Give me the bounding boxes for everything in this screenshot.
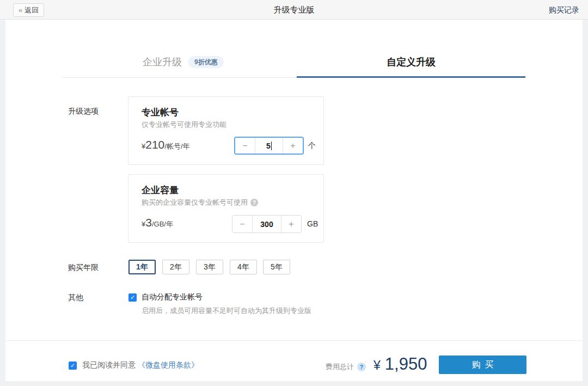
purchase-years-label: 购买年限 xyxy=(68,263,99,273)
minus-button[interactable]: − xyxy=(235,138,255,154)
capacity-quantity-value: 300 xyxy=(260,220,273,229)
pro-account-title: 专业帐号 xyxy=(142,106,179,119)
capacity-stepper: − 300 + xyxy=(232,215,302,233)
total-label: 费用总计 xyxy=(326,362,354,372)
buy-button[interactable]: 购买 xyxy=(439,356,526,374)
tab-enterprise-upgrade[interactable]: 企业升级 9折优惠 xyxy=(143,56,224,69)
total-price: ¥ 1,950 xyxy=(373,354,427,374)
terms-text: 我已阅读并同意 xyxy=(82,360,136,370)
capacity-unit: GB xyxy=(307,219,318,228)
year-button-5[interactable]: 5年 xyxy=(263,260,290,274)
price-unit: /GB/年 xyxy=(152,220,173,228)
capacity-quantity-input[interactable]: 300 xyxy=(252,216,281,232)
pro-account-unit: 个 xyxy=(308,141,316,151)
pro-account-quantity-value: 5 xyxy=(266,142,271,150)
upgrade-options-label: 升级选项 xyxy=(68,107,99,117)
content-panel: 企业升级 9折优惠 自定义升级 升级选项 专业帐号 仅专业帐号可使用专业功能 ¥… xyxy=(5,20,583,381)
pro-account-price: ¥210/帐号/年 xyxy=(142,138,190,151)
active-tab-indicator xyxy=(297,76,525,78)
pro-account-stepper: − 5 + xyxy=(234,137,304,155)
terms-checkbox[interactable]: ✓ xyxy=(69,362,77,370)
back-label: 返回 xyxy=(24,5,39,15)
capacity-subtitle: 购买的企业容量仅专业帐号可使用? xyxy=(142,198,258,207)
capacity-card: 企业容量 购买的企业容量仅专业帐号可使用? ¥3/GB/年 − 300 + GB xyxy=(128,174,324,243)
capacity-subtitle-text: 购买的企业容量仅专业帐号可使用 xyxy=(142,198,248,207)
pro-account-subtitle: 仅专业帐号可使用专业功能 xyxy=(142,120,226,130)
purchase-history-link[interactable]: 购买记录 xyxy=(549,0,579,20)
capacity-title: 企业容量 xyxy=(142,184,179,197)
minus-button[interactable]: − xyxy=(232,216,252,232)
pro-account-quantity-input[interactable]: 5 xyxy=(255,138,283,154)
discount-badge: 9折优惠 xyxy=(188,56,224,68)
auto-assign-label: 自动分配专业帐号 xyxy=(142,292,203,302)
text-cursor xyxy=(271,142,272,150)
year-button-2[interactable]: 2年 xyxy=(162,260,189,274)
terms-link[interactable]: 《微盘使用条款》 xyxy=(138,360,199,370)
auto-assign-hint: 启用后，成员可用容量不足时可自动为其升级到专业版 xyxy=(142,306,311,316)
other-label: 其他 xyxy=(68,293,83,303)
capacity-price: ¥3/GB/年 xyxy=(142,216,173,229)
tab-custom-upgrade[interactable]: 自定义升级 xyxy=(387,56,436,69)
back-chevrons-icon: « xyxy=(19,6,22,14)
total-amount: 1,950 xyxy=(385,354,427,374)
tab-divider xyxy=(63,77,297,78)
total-currency: ¥ xyxy=(373,358,381,373)
auto-assign-row: ✓ 自动分配专业帐号 xyxy=(128,292,203,302)
total-label-row: 费用总计 ? xyxy=(326,362,366,372)
footer-divider xyxy=(5,340,583,341)
terms-row: ✓ 我已阅读并同意 《微盘使用条款》 xyxy=(69,360,199,370)
year-button-1[interactable]: 1年 xyxy=(128,260,156,274)
back-button[interactable]: « 返回 xyxy=(13,3,44,17)
price-amount: 210 xyxy=(145,138,164,151)
year-button-3[interactable]: 3年 xyxy=(196,260,223,274)
auto-assign-checkbox[interactable]: ✓ xyxy=(128,293,137,302)
capacity-help-icon[interactable]: ? xyxy=(250,199,258,206)
pro-account-card: 专业帐号 仅专业帐号可使用专业功能 ¥210/帐号/年 − 5 + 个 xyxy=(128,96,324,165)
plus-button[interactable]: + xyxy=(283,138,303,154)
tab-enterprise-upgrade-label: 企业升级 xyxy=(143,56,182,69)
price-unit: /帐号/年 xyxy=(164,142,189,150)
page-title: 升级专业版 xyxy=(274,0,315,20)
top-bar: « 返回 升级专业版 购买记录 xyxy=(0,0,588,20)
price-amount: 3 xyxy=(145,216,152,229)
year-button-4[interactable]: 4年 xyxy=(230,260,257,274)
total-help-icon[interactable]: ? xyxy=(357,363,366,371)
plus-button[interactable]: + xyxy=(281,216,301,232)
